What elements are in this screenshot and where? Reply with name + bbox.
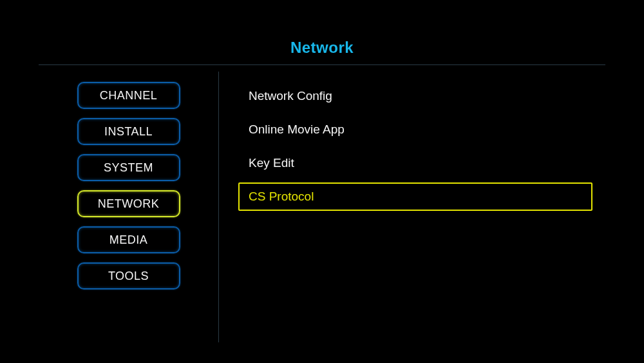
menu-item-online-movie-app[interactable]: Online Movie App	[238, 115, 592, 144]
content-panel: Network Config Online Movie App Key Edit…	[219, 72, 605, 342]
body: CHANNEL INSTALL SYSTEM NETWORK MEDIA TOO…	[39, 72, 605, 342]
sidebar-item-label: CHANNEL	[100, 89, 158, 103]
sidebar-item-label: INSTALL	[104, 125, 153, 139]
sidebar-item-media[interactable]: MEDIA	[77, 226, 180, 253]
menu-item-key-edit[interactable]: Key Edit	[238, 149, 592, 177]
menu-item-label: Key Edit	[249, 156, 294, 170]
sidebar-item-label: TOOLS	[108, 270, 149, 283]
sidebar-item-channel[interactable]: CHANNEL	[77, 82, 180, 109]
sidebar-item-system[interactable]: SYSTEM	[77, 154, 180, 181]
menu-item-label: CS Protocol	[249, 190, 314, 204]
menu-item-label: Online Movie App	[249, 123, 345, 137]
sidebar-item-label: MEDIA	[109, 233, 148, 247]
sidebar: CHANNEL INSTALL SYSTEM NETWORK MEDIA TOO…	[39, 72, 219, 342]
sidebar-item-label: SYSTEM	[104, 161, 153, 175]
sidebar-item-network[interactable]: NETWORK	[77, 190, 180, 217]
page-title: Network	[39, 39, 605, 57]
menu-item-label: Network Config	[249, 89, 332, 103]
menu-item-network-config[interactable]: Network Config	[238, 82, 592, 110]
header: Network	[39, 39, 605, 65]
sidebar-item-install[interactable]: INSTALL	[77, 118, 180, 145]
settings-screen: Network CHANNEL INSTALL SYSTEM NETWORK M…	[0, 0, 644, 363]
sidebar-item-label: NETWORK	[98, 197, 160, 211]
menu-item-cs-protocol[interactable]: CS Protocol	[238, 182, 592, 211]
sidebar-item-tools[interactable]: TOOLS	[77, 262, 180, 289]
